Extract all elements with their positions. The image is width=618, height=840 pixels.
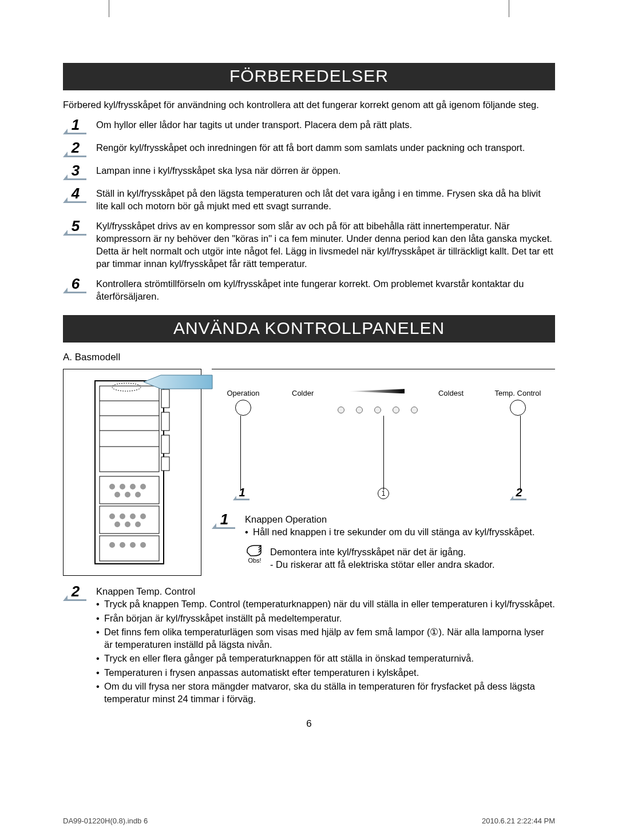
temp-led-icon: [411, 407, 418, 413]
svg-point-26: [135, 521, 141, 527]
label-colder: Colder: [292, 389, 314, 397]
crop-mark: [509, 0, 509, 17]
page-number: 6: [63, 718, 555, 730]
svg-point-16: [140, 484, 146, 489]
step-4: 4 Ställ in kyl/frysskåpet på den lägsta …: [63, 186, 555, 213]
bullet-text: Håll ned knappen i tre sekunder om du vi…: [253, 526, 535, 538]
callout-1: 1: [235, 486, 249, 500]
crop-mark: [109, 0, 109, 17]
model-label: A. Basmodell: [63, 352, 555, 363]
svg-rect-8: [161, 435, 169, 453]
svg-point-23: [140, 513, 146, 519]
note-line: - Du riskerar att få elektriska stötar e…: [270, 558, 495, 571]
footer-right: 2010.6.21 2:22:44 PM: [482, 817, 555, 825]
callout-circle-1: 1: [378, 488, 389, 499]
svg-rect-7: [161, 412, 169, 431]
button-2-block: 2 Knappen Temp. Control •Tryck på knappe…: [63, 584, 555, 706]
step-5: 5 Kyl/frysskåpet drivs av en kompressor …: [63, 218, 555, 270]
label-coldest: Coldest: [438, 389, 464, 397]
label-temp-control: Temp. Control: [486, 389, 549, 397]
step-text: Rengör kyl/frysskåpet och inredningen fö…: [96, 140, 525, 154]
fridge-illustration: [63, 369, 201, 576]
svg-point-27: [109, 542, 115, 548]
svg-point-29: [130, 542, 136, 548]
step-text: Kontrollera strömtillförseln om kyl/frys…: [96, 276, 555, 303]
callout-2: 2: [512, 486, 526, 500]
svg-point-24: [114, 521, 120, 527]
svg-point-17: [114, 492, 120, 497]
step-3: 3 Lampan inne i kyl/frysskåpet ska lysa …: [63, 163, 555, 180]
bullet-text: Tryck på knappen Temp. Control (temperat…: [104, 598, 555, 610]
step-text: Lampan inne i kyl/frysskåpet ska lysa nä…: [96, 163, 340, 177]
intro-text: Förbered kyl/frysskåpet för användning o…: [63, 99, 555, 110]
temp-led-icon: [393, 407, 399, 413]
svg-point-15: [130, 484, 136, 489]
svg-marker-32: [144, 375, 212, 389]
button-1-block: 1 Knappen Operation •Håll ned knappen i …: [212, 512, 555, 571]
step-text: Kyl/frysskåpet drivs av en kompressor so…: [96, 218, 555, 270]
note-icon: Obs!: [245, 544, 264, 564]
svg-rect-12: [100, 536, 159, 561]
svg-point-28: [120, 542, 125, 548]
svg-point-25: [125, 521, 130, 527]
temp-control-dial-icon: [510, 400, 526, 416]
svg-rect-9: [161, 457, 169, 471]
control-panel-column: Operation Colder Coldest: [212, 369, 555, 571]
temp-led-icon: [374, 407, 381, 413]
svg-point-18: [125, 492, 130, 497]
step-text: Om hyllor eller lådor har tagits ut unde…: [96, 117, 412, 131]
svg-point-19: [135, 492, 141, 497]
bullet-text: Tryck en eller flera gånger på temperatu…: [104, 652, 474, 664]
svg-point-20: [109, 513, 115, 519]
control-panel-diagram: Operation Colder Coldest: [212, 369, 555, 501]
wedge-icon: [347, 389, 405, 393]
panel-row: Operation Colder Coldest: [63, 369, 555, 576]
label-operation: Operation: [217, 389, 269, 397]
note-label: Obs!: [248, 557, 261, 564]
svg-point-13: [109, 484, 115, 489]
svg-point-14: [120, 484, 125, 489]
temp-led-icon: [338, 407, 344, 413]
footer: DA99-01220H(0.8).indb 6 2010.6.21 2:22:4…: [63, 817, 555, 825]
button-title: Knappen Operation: [245, 513, 535, 526]
arrow-icon: [144, 372, 218, 395]
svg-point-21: [120, 513, 125, 519]
bullet-text: Om du vill frysa ner stora mängder matva…: [104, 680, 555, 706]
svg-point-22: [130, 513, 136, 519]
section-header-control-panel: ANVÄNDA KONTROLLPANELEN: [63, 315, 555, 343]
bullet-text: Det finns fem olika temperaturlägen som …: [104, 626, 555, 651]
operation-dial-icon: [235, 400, 251, 416]
svg-point-30: [140, 542, 146, 548]
svg-rect-11: [100, 506, 159, 534]
bullet-text: Temperaturen i frysen anpassas automatis…: [104, 666, 419, 679]
button-title: Knappen Temp. Control: [96, 585, 555, 598]
note-line: Demontera inte kyl/frysskåpet när det är…: [270, 546, 495, 558]
step-1: 1 Om hyllor eller lådor har tagits ut un…: [63, 117, 555, 134]
fridge-icon: [89, 378, 175, 567]
step-6: 6 Kontrollera strömtillförseln om kyl/fr…: [63, 276, 555, 303]
section-header-preparations: FÖRBEREDELSER: [63, 63, 555, 90]
svg-rect-1: [100, 386, 159, 472]
step-2: 2 Rengör kyl/frysskåpet och inredningen …: [63, 140, 555, 157]
footer-left: DA99-01220H(0.8).indb 6: [63, 817, 148, 825]
note-row: Obs! Demontera inte kyl/frysskåpet när d…: [245, 544, 555, 571]
bullet-text: Från början är kyl/frysskåpet inställt p…: [104, 612, 342, 624]
temp-led-icon: [356, 407, 363, 413]
manual-page: FÖRBEREDELSER Förbered kyl/frysskåpet fö…: [0, 0, 618, 840]
svg-rect-10: [100, 476, 159, 504]
step-text: Ställ in kyl/frysskåpet på den lägsta te…: [96, 186, 555, 213]
